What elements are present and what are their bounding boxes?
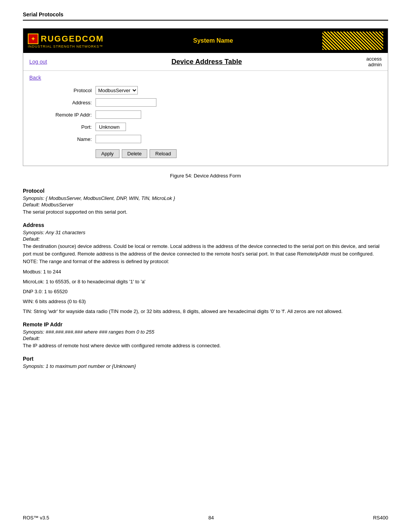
name-input[interactable] xyxy=(96,135,141,143)
form-area: Protocol ModbusServer ModbusClient DNP W… xyxy=(23,82,388,166)
port-display: Unknown xyxy=(96,123,126,131)
ruggedcom-brand: RUGGEDCOM xyxy=(41,34,104,44)
page-header: Serial Protocols xyxy=(23,11,388,21)
doc-address-dnp: DNP 3.0: 1 to 65520 xyxy=(23,288,388,296)
doc-address-section: Address Synopsis: Any 31 characters Defa… xyxy=(23,222,388,315)
address-input[interactable] xyxy=(96,98,156,107)
ruggedcom-tagline: INDUSTRIAL STRENGTH NETWORKS™ xyxy=(28,45,103,48)
back-link[interactable]: Back xyxy=(29,75,41,81)
doc-port-heading: Port xyxy=(23,356,388,362)
delete-button[interactable]: Delete xyxy=(122,149,148,158)
doc-protocol-heading: Protocol xyxy=(23,188,388,194)
footer-right: RS400 xyxy=(373,515,388,521)
protocol-label: Protocol xyxy=(46,88,96,93)
doc-port-section: Port Synopsis: 1 to maximum port number … xyxy=(23,356,388,369)
doc-protocol-section: Protocol Synopsis: { ModbusServer, Modbu… xyxy=(23,188,388,216)
protocol-select-wrapper: ModbusServer ModbusClient DNP WIN TIN Mi… xyxy=(96,86,138,94)
protocol-select[interactable]: ModbusServer ModbusClient DNP WIN TIN Mi… xyxy=(96,86,137,94)
page-footer: ROS™ v3.5 84 RS400 xyxy=(23,515,388,521)
nav-access: access admin xyxy=(366,56,382,67)
apply-button[interactable]: Apply xyxy=(96,149,119,158)
doc-address-win: WIN: 6 bits address (0 to 63) xyxy=(23,298,388,305)
name-row: Name: xyxy=(46,135,380,143)
doc-remote-ip-section: Remote IP Addr Synopsis: ###.###.###.###… xyxy=(23,321,388,350)
remote-ip-row: Remote IP Addr: xyxy=(46,110,380,119)
address-row: Address: xyxy=(46,98,380,107)
footer-center: 84 xyxy=(209,515,214,521)
doc-address-default: Default: xyxy=(23,236,388,242)
system-name: System Name xyxy=(104,37,322,44)
ruggedcom-logo: RUGGEDCOM INDUSTRIAL STRENGTH NETWORKS™ xyxy=(28,34,104,48)
doc-address-heading: Address xyxy=(23,222,388,228)
ui-frame: RUGGEDCOM INDUSTRIAL STRENGTH NETWORKS™ … xyxy=(23,28,388,166)
address-label: Address: xyxy=(46,100,96,105)
doc-remote-ip-heading: Remote IP Addr xyxy=(23,321,388,328)
doc-protocol-synopsis: Synopsis: { ModbusServer, ModbusClient, … xyxy=(23,195,388,201)
nav-page-title: Device Address Table xyxy=(172,58,242,66)
port-label: Port: xyxy=(46,124,96,130)
doc-address-desc: The destination (source) device address.… xyxy=(23,243,388,265)
port-row: Port: Unknown xyxy=(46,123,380,131)
back-section: Back xyxy=(23,71,388,82)
button-row: Apply Delete Reload xyxy=(46,149,380,158)
doc-address-synopsis: Synopsis: Any 31 characters xyxy=(23,230,388,235)
page-header-title: Serial Protocols xyxy=(23,11,64,18)
nav-bar: Log out Device Address Table access admi… xyxy=(23,53,388,71)
ruggedcom-logo-text: RUGGEDCOM xyxy=(28,34,104,44)
doc-protocol-default: Default: ModbusServer xyxy=(23,202,388,208)
doc-remote-ip-synopsis: Synopsis: ###.###.###.### where ### rang… xyxy=(23,329,388,335)
doc-address-microlok: MicroLok: 1 to 65535, or 8 to hexadecima… xyxy=(23,278,388,286)
doc-remote-ip-desc: The IP address of remote host where devi… xyxy=(23,342,388,350)
ruggedcom-icon xyxy=(28,34,38,44)
doc-port-synopsis: Synopsis: 1 to maximum port number or {U… xyxy=(23,363,388,369)
doc-remote-ip-default: Default: xyxy=(23,335,388,341)
footer-left: ROS™ v3.5 xyxy=(23,515,49,521)
doc-protocol-desc: The serial protocol supported on this se… xyxy=(23,208,388,216)
reload-button[interactable]: Reload xyxy=(150,149,177,158)
protocol-row: Protocol ModbusServer ModbusClient DNP W… xyxy=(46,86,380,94)
figure-caption: Figure 54: Device Address Form xyxy=(23,173,388,179)
doc-address-tin: TIN: String 'wdr' for wayside data radio… xyxy=(23,308,388,315)
hatch-decoration xyxy=(322,32,383,50)
remote-ip-label: Remote IP Addr: xyxy=(46,112,96,118)
logout-link[interactable]: Log out xyxy=(29,59,47,65)
name-label: Name: xyxy=(46,136,96,142)
ruggedcom-bar: RUGGEDCOM INDUSTRIAL STRENGTH NETWORKS™ … xyxy=(23,29,388,53)
doc-address-modbus: Modbus: 1 to 244 xyxy=(23,268,388,276)
remote-ip-input[interactable] xyxy=(96,110,141,119)
